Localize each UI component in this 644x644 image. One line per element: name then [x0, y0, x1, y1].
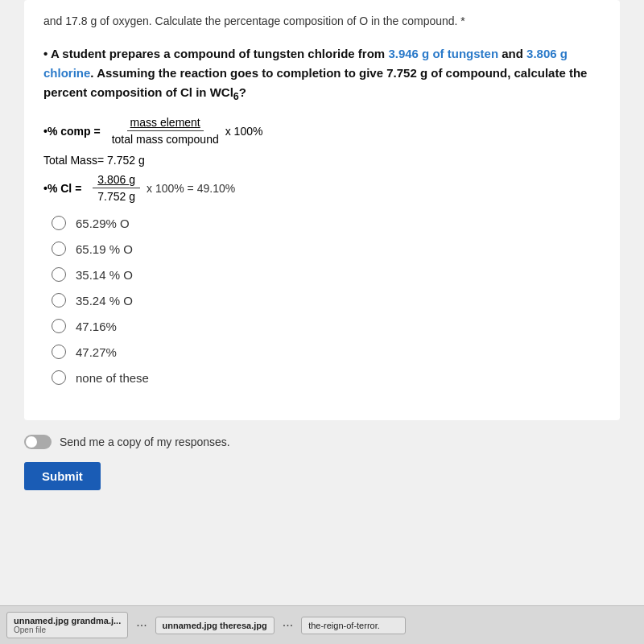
total-mass-row: Total Mass= 7.752 g — [43, 154, 601, 167]
radio-2[interactable] — [52, 242, 66, 256]
formula-fraction: mass element total mass compound — [112, 116, 219, 146]
question-text: • A student prepares a compound of tungs… — [43, 44, 601, 105]
bullet-point: • — [43, 47, 47, 60]
formula-row: •% comp = mass element total mass compou… — [43, 116, 601, 146]
page-wrapper: and 17.8 g of oxygen. Calculate the perc… — [0, 0, 644, 644]
question-text-part3: . Assuming the reaction goes to completi… — [43, 66, 587, 99]
taskbar-item-2-name: unnamed.jpg theresa.jpg — [163, 621, 267, 630]
toggle-switch[interactable] — [24, 435, 52, 449]
submit-button[interactable]: Submit — [24, 462, 101, 490]
send-copy-label: Send me a copy of my responses. — [60, 436, 230, 448]
taskbar-item-3[interactable]: the-reign-of-terror. — [301, 617, 406, 634]
formula-multiplier: x 100% — [225, 125, 263, 138]
option-3[interactable]: 35.14 % O — [52, 267, 601, 282]
formula-numerator: mass element — [127, 116, 204, 131]
radio-6[interactable] — [52, 345, 66, 359]
option-4-label: 35.24 % O — [76, 294, 133, 308]
radio-5[interactable] — [52, 319, 66, 333]
bottom-section: Send me a copy of my responses. Submit — [24, 420, 620, 500]
taskbar-item-2[interactable]: unnamed.jpg theresa.jpg — [155, 617, 275, 634]
radio-4[interactable] — [52, 293, 66, 308]
option-2-label: 65.19 % O — [76, 242, 133, 256]
option-1[interactable]: 65.29% O — [52, 216, 601, 230]
formula-section: •% comp = mass element total mass compou… — [43, 116, 601, 146]
question-text-part2: and — [498, 47, 526, 60]
option-6-label: 47.27% — [76, 345, 117, 359]
formula-label: •% comp = — [43, 125, 101, 138]
option-1-label: 65.29% O — [76, 217, 130, 230]
option-7[interactable]: none of these — [52, 370, 601, 385]
question-text-part1: A student prepares a compound of tungste… — [51, 47, 388, 60]
option-7-label: none of these — [76, 371, 149, 385]
send-copy-row: Send me a copy of my responses. — [24, 435, 620, 449]
percent-cl-row: •% Cl = 3.806 g 7.752 g x 100% = 49.10% — [43, 173, 601, 203]
toggle-thumb — [26, 436, 37, 448]
question-block: • A student prepares a compound of tungs… — [43, 44, 601, 385]
option-5[interactable]: 47.16% — [52, 319, 601, 333]
taskbar-item-1-name: unnamed.jpg grandma.j... — [14, 616, 121, 625]
radio-7[interactable] — [52, 370, 66, 385]
option-5-label: 47.16% — [76, 320, 117, 333]
taskbar: unnamed.jpg grandma.j... Open file ··· u… — [0, 605, 644, 644]
taskbar-dots-1[interactable]: ··· — [133, 618, 150, 633]
taskbar-item-1-sub: Open file — [14, 625, 46, 634]
percent-cl-result: x 100% = 49.10% — [147, 182, 235, 195]
option-2[interactable]: 65.19 % O — [52, 242, 601, 256]
radio-3[interactable] — [52, 267, 66, 282]
percent-cl-fraction: 3.806 g 7.752 g — [93, 173, 140, 203]
question-subscript: 6 — [233, 91, 239, 102]
formula-denominator: total mass compound — [112, 131, 219, 146]
top-text: and 17.8 g of oxygen. Calculate the perc… — [43, 13, 601, 30]
question-text-part4: ? — [239, 85, 246, 99]
percent-cl-numerator: 3.806 g — [93, 173, 140, 188]
percent-cl-label: •% Cl = — [43, 182, 81, 195]
option-4[interactable]: 35.24 % O — [52, 293, 601, 308]
percent-cl-denominator: 7.752 g — [97, 188, 135, 203]
option-6[interactable]: 47.27% — [52, 345, 601, 359]
option-3-label: 35.14 % O — [76, 268, 133, 282]
options-list: 65.29% O 65.19 % O 35.14 % O 35.24 % O 4… — [52, 216, 601, 385]
radio-1[interactable] — [52, 216, 66, 230]
taskbar-dots-2[interactable]: ··· — [279, 618, 296, 633]
taskbar-item-3-name: the-reign-of-terror. — [308, 621, 380, 630]
taskbar-item-1[interactable]: unnamed.jpg grandma.j... Open file — [6, 612, 128, 638]
total-mass-text: Total Mass= 7.752 g — [43, 154, 145, 167]
question-blue1: 3.946 g of tungsten — [388, 47, 498, 60]
main-content: and 17.8 g of oxygen. Calculate the perc… — [24, 0, 620, 420]
